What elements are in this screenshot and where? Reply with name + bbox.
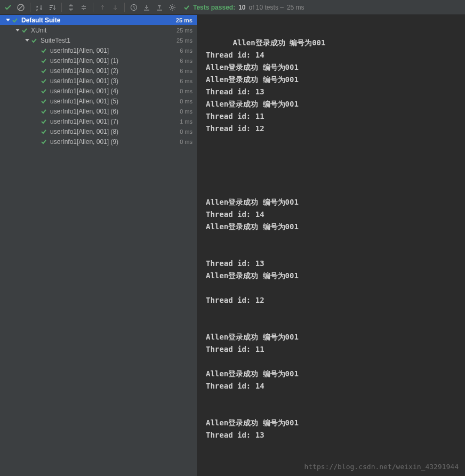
console-output[interactable]: Allen登录成功 编号为001 Thread id: 14 Allen登录成功… — [197, 15, 465, 476]
tree-row-label: userInfo1[Allen, 001] (3) — [50, 77, 180, 85]
tree-row-label: userInfo1[Allen, 001] (4) — [50, 87, 180, 95]
test-history-button[interactable] — [128, 2, 140, 13]
tree-row[interactable]: userInfo1[Allen, 001] (8)0 ms — [0, 126, 197, 136]
tree-row-time: 6 ms — [180, 58, 193, 64]
status-total: of 10 tests – — [249, 4, 284, 11]
test-passed-icon — [41, 139, 47, 145]
check-icon — [183, 4, 190, 11]
tree-row[interactable]: userInfo1[Allen, 001] (5)0 ms — [0, 96, 197, 106]
settings-button[interactable] — [166, 2, 178, 13]
tree-row-time: 6 ms — [180, 78, 193, 84]
expand-all-button[interactable] — [65, 2, 77, 13]
tree-row[interactable]: Default Suite25 ms — [0, 15, 197, 25]
tree-row[interactable]: userInfo1[Allen, 001]6 ms — [0, 45, 197, 55]
tree-row-label: userInfo1[Allen, 001] (8) — [50, 128, 180, 135]
tree-row[interactable]: SuiteTest125 ms — [0, 35, 197, 45]
tree-row-label: userInfo1[Allen, 001] (1) — [50, 57, 180, 64]
tree-row-time: 6 ms — [180, 68, 193, 74]
test-passed-icon — [41, 47, 47, 54]
tree-row-time: 0 ms — [180, 139, 193, 145]
expand-arrow-icon[interactable] — [23, 38, 31, 43]
status-passed-count: 10 — [238, 4, 245, 11]
tree-row[interactable]: userInfo1[Allen, 001] (9)0 ms — [0, 136, 197, 147]
next-failed-button[interactable] — [109, 2, 121, 13]
tree-row-label: userInfo1[Allen, 001] — [50, 47, 180, 54]
test-passed-icon — [21, 27, 28, 34]
test-passed-icon — [41, 78, 47, 84]
tree-row-time: 25 ms — [177, 37, 193, 44]
tree-row-time: 0 ms — [180, 88, 193, 94]
tree-row-label: userInfo1[Allen, 001] (7) — [50, 118, 180, 125]
show-passed-toggle[interactable] — [2, 2, 14, 13]
tree-row-time: 25 ms — [177, 27, 193, 34]
svg-point-5 — [171, 6, 173, 9]
tree-row-time: 0 ms — [180, 128, 193, 135]
sort-alpha-button[interactable]: az — [34, 2, 45, 13]
tree-row[interactable]: XUnit25 ms — [0, 25, 197, 35]
tree-row-label: userInfo1[Allen, 001] (6) — [50, 108, 180, 115]
tree-row-time: 1 ms — [180, 118, 193, 125]
test-passed-icon — [41, 118, 47, 125]
test-passed-icon — [41, 58, 47, 64]
sort-duration-button[interactable] — [46, 2, 58, 13]
test-tree[interactable]: Default Suite25 msXUnit25 msSuiteTest125… — [0, 15, 197, 476]
tree-row-label: userInfo1[Allen, 001] (5) — [50, 98, 180, 105]
tree-row-label: XUnit — [31, 27, 177, 34]
test-passed-icon — [41, 68, 47, 74]
tree-row-time: 0 ms — [180, 98, 193, 104]
export-results-button[interactable] — [154, 2, 165, 13]
tree-row-time: 6 ms — [180, 47, 193, 54]
tree-row-time: 25 ms — [176, 17, 193, 23]
tree-row-time: 0 ms — [180, 108, 193, 115]
status-prefix: Tests passed: — [193, 4, 235, 11]
show-ignored-toggle[interactable] — [15, 2, 27, 13]
test-passed-icon — [41, 128, 47, 135]
console-text: Allen登录成功 编号为001 Thread id: 14 Allen登录成功… — [206, 38, 417, 476]
tree-row[interactable]: userInfo1[Allen, 001] (1)6 ms — [0, 55, 197, 66]
test-passed-icon — [31, 37, 37, 44]
tree-row-label: userInfo1[Allen, 001] (9) — [50, 138, 180, 146]
test-passed-icon — [12, 17, 18, 23]
toolbar: az — [0, 0, 465, 15]
tree-row[interactable]: userInfo1[Allen, 001] (2)6 ms — [0, 66, 197, 76]
tree-row[interactable]: userInfo1[Allen, 001] (4)0 ms — [0, 86, 197, 96]
test-passed-icon — [41, 108, 47, 115]
tree-row-label: Default Suite — [21, 17, 176, 24]
expand-arrow-icon[interactable] — [4, 18, 12, 23]
watermark: https://blog.csdn.net/weixin_43291944 — [304, 461, 459, 473]
import-results-button[interactable] — [141, 2, 153, 13]
tree-row[interactable]: userInfo1[Allen, 001] (7)1 ms — [0, 116, 197, 126]
collapse-all-button[interactable] — [78, 2, 90, 13]
svg-text:z: z — [36, 8, 38, 11]
tree-row[interactable]: userInfo1[Allen, 001] (6)0 ms — [0, 106, 197, 116]
test-passed-icon — [41, 98, 47, 104]
previous-failed-button[interactable] — [97, 2, 108, 13]
expand-arrow-icon[interactable] — [14, 28, 21, 33]
tree-row-label: SuiteTest1 — [41, 37, 177, 44]
tree-row[interactable]: userInfo1[Allen, 001] (3)6 ms — [0, 76, 197, 86]
status-time: 25 ms — [287, 4, 304, 11]
svg-line-1 — [19, 5, 23, 10]
tree-row-label: userInfo1[Allen, 001] (2) — [50, 67, 180, 75]
test-passed-icon — [41, 88, 47, 94]
test-status-bar: Tests passed: 10 of 10 tests – 25 ms — [179, 0, 463, 15]
